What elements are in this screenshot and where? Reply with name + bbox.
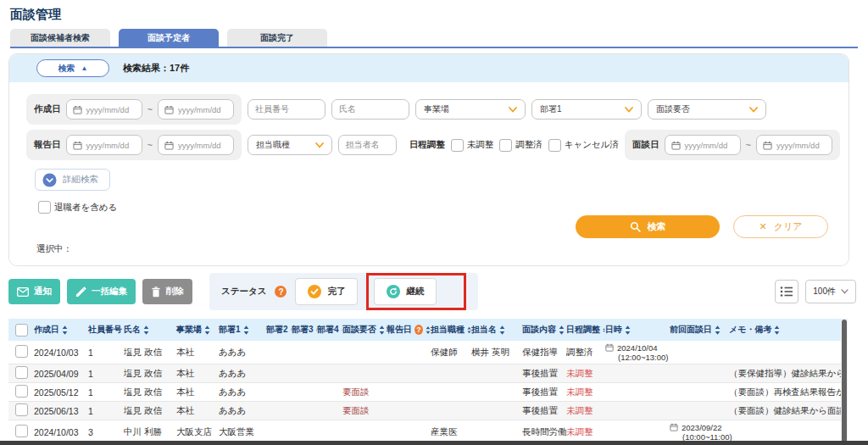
col-header-created[interactable]: 作成日 bbox=[34, 324, 88, 336]
dept1-select[interactable]: 部署1 bbox=[531, 99, 642, 120]
col-header-emp-no[interactable]: 社員番号 bbox=[88, 324, 124, 336]
clear-button[interactable]: ✕ クリア bbox=[733, 215, 828, 238]
cell-dept1: あああ bbox=[219, 405, 266, 417]
cell-staff: 横井 英明 bbox=[471, 347, 522, 359]
interview-management-page: 面談管理 面談候補者検索 面談予定者 面談完了 検索 ▲ 検索結果：17件 作成… bbox=[0, 0, 868, 445]
table-row[interactable]: 2025/05/12 1 塩見 政信 本社 あああ 要面談 事後措置 未調整 （… bbox=[8, 383, 848, 402]
cell-emp-no: 1 bbox=[88, 348, 124, 358]
col-header-report[interactable]: 報告日? bbox=[387, 324, 431, 336]
interview-need-select[interactable]: 面談要否 bbox=[648, 99, 766, 120]
col-header-dept4[interactable]: 部署4 bbox=[317, 324, 342, 336]
created-date-to-input[interactable]: yyyy/mm/dd bbox=[158, 99, 234, 120]
search-button[interactable]: 検索 bbox=[576, 215, 720, 238]
col-header-worksite[interactable]: 事業場 bbox=[176, 324, 219, 336]
report-date-from-input[interactable]: yyyy/mm/dd bbox=[66, 135, 142, 155]
row-checkbox[interactable] bbox=[15, 403, 28, 416]
select-all-checkbox[interactable] bbox=[15, 324, 28, 337]
name-input[interactable]: 氏名 bbox=[331, 99, 409, 120]
annotation-rect-continue: 継続 bbox=[366, 273, 466, 310]
col-header-datetime[interactable]: 日時 bbox=[605, 324, 670, 336]
cell-name: 中川 利勝 bbox=[124, 426, 176, 438]
col-header-staff[interactable]: 担当名 bbox=[471, 324, 522, 336]
help-icon[interactable]: ? bbox=[275, 286, 287, 298]
horizontal-scrollbar[interactable] bbox=[0, 441, 868, 445]
col-header-dept2[interactable]: 部署2 bbox=[266, 324, 292, 336]
search-row-2: 報告日 yyyy/mm/dd ~ yyyy/mm/dd 担当職種 担当者名 bbox=[26, 130, 840, 160]
page-size-select[interactable]: 100件 bbox=[805, 280, 856, 303]
sort-icon bbox=[204, 325, 210, 335]
cell-dept1: あああ bbox=[219, 347, 266, 359]
col-header-schedule[interactable]: 日程調整 bbox=[566, 324, 605, 336]
vertical-scrollbar[interactable] bbox=[841, 319, 848, 445]
advanced-search-button[interactable]: 詳細検索 bbox=[35, 169, 110, 191]
search-icon bbox=[630, 221, 641, 232]
calendar-icon bbox=[164, 141, 174, 150]
include-retired-checkbox[interactable]: 退職者を含める bbox=[38, 201, 840, 214]
col-header-name[interactable]: 氏名 bbox=[124, 324, 176, 336]
bulk-edit-button[interactable]: 一括編集 bbox=[67, 279, 136, 304]
list-view-button[interactable] bbox=[775, 280, 798, 303]
delete-button[interactable]: 削除 bbox=[142, 279, 192, 304]
calendar-icon bbox=[73, 105, 82, 114]
tab-scheduled[interactable]: 面談予定者 bbox=[119, 29, 219, 47]
report-date-label: 報告日 bbox=[34, 139, 61, 151]
cell-name: 塩見 政信 bbox=[124, 368, 176, 380]
calendar-icon bbox=[763, 141, 772, 150]
chevron-down-icon bbox=[841, 289, 849, 294]
done-status-button[interactable]: 完了 bbox=[295, 278, 358, 305]
report-date-to-input[interactable]: yyyy/mm/dd bbox=[158, 135, 234, 155]
cell-name: 塩見 政信 bbox=[124, 405, 176, 417]
cell-schedule: 未調整 bbox=[566, 368, 605, 380]
schedule-adjust-label: 日程調整 bbox=[409, 139, 445, 151]
cell-schedule: 未調整 bbox=[566, 387, 605, 398]
triangle-up-icon: ▲ bbox=[81, 64, 88, 72]
checkbox-cancelled[interactable]: キャンセル済 bbox=[548, 139, 619, 152]
staff-name-input[interactable]: 担当者名 bbox=[338, 135, 397, 155]
employee-no-input[interactable]: 社員番号 bbox=[248, 99, 326, 120]
col-header-job[interactable]: 担当職種 bbox=[431, 324, 471, 336]
table-row[interactable]: 2024/10/03 1 塩見 政信 本社 あああ 保健師 横井 英明 保健指導… bbox=[8, 341, 848, 364]
cell-created: 2025/06/13 bbox=[34, 406, 88, 416]
cell-content: 事後措置 bbox=[522, 387, 566, 398]
chevron-down-circle-icon bbox=[42, 173, 57, 187]
search-toggle-button[interactable]: 検索 ▲ bbox=[36, 59, 109, 77]
sort-icon bbox=[62, 325, 68, 335]
cell-content: 保健指導 bbox=[522, 347, 566, 359]
results-table: 作成日 社員番号 氏名 事業場 部署1 部署2 部署3 部署4 面談要否 報告日… bbox=[8, 319, 848, 445]
checkbox-icon bbox=[499, 139, 512, 152]
search-panel-body: 作成日 yyyy/mm/dd ~ yyyy/mm/dd 社員番号 氏名 事業場 bbox=[9, 82, 849, 265]
cell-job: 保健師 bbox=[431, 347, 471, 359]
tab-completed[interactable]: 面談完了 bbox=[227, 29, 327, 47]
notify-button[interactable]: 通知 bbox=[8, 279, 60, 304]
interview-date-to-input[interactable]: yyyy/mm/dd bbox=[756, 135, 832, 155]
col-header-need[interactable]: 面談要否 bbox=[342, 324, 387, 336]
date-placeholder: yyyy/mm/dd bbox=[86, 105, 130, 114]
table-row[interactable]: 2025/06/13 1 塩見 政信 本社 あああ 要面談 事後措置 未調整 （… bbox=[8, 402, 848, 420]
col-header-memo[interactable]: メモ・備考 bbox=[729, 324, 848, 336]
cell-need: 要面談 bbox=[342, 405, 387, 417]
col-header-content[interactable]: 面談内容 bbox=[522, 324, 566, 336]
interview-date-from-input[interactable]: yyyy/mm/dd bbox=[665, 135, 741, 155]
vertical-scrollbar-thumb[interactable] bbox=[842, 320, 847, 445]
job-type-select[interactable]: 担当職種 bbox=[248, 135, 332, 155]
row-checkbox[interactable] bbox=[15, 345, 28, 358]
continue-status-button[interactable]: 継続 bbox=[374, 278, 437, 305]
col-header-prev-date[interactable]: 前回面談日 bbox=[670, 324, 729, 336]
close-icon: ✕ bbox=[760, 221, 767, 232]
cell-created: 2025/05/12 bbox=[34, 387, 88, 398]
row-checkbox[interactable] bbox=[15, 425, 28, 437]
col-header-dept3[interactable]: 部署3 bbox=[292, 324, 317, 336]
cell-schedule: 未調整 bbox=[566, 405, 605, 417]
worksite-select[interactable]: 事業場 bbox=[415, 99, 526, 120]
chevron-down-icon bbox=[625, 107, 633, 113]
tab-bar: 面談候補者検索 面談予定者 面談完了 bbox=[10, 29, 858, 48]
table-row[interactable]: 2025/04/09 1 塩見 政信 本社 あああ 事後措置 未調整 （要保健指… bbox=[8, 364, 848, 383]
help-icon[interactable]: ? bbox=[415, 325, 423, 335]
checkbox-unadjusted[interactable]: 未調整 bbox=[451, 139, 494, 152]
row-checkbox[interactable] bbox=[15, 385, 28, 398]
created-date-from-input[interactable]: yyyy/mm/dd bbox=[66, 99, 142, 120]
col-header-dept1[interactable]: 部署1 bbox=[219, 324, 266, 336]
row-checkbox[interactable] bbox=[15, 366, 28, 379]
checkbox-adjusted[interactable]: 調整済 bbox=[499, 139, 542, 152]
tab-candidate-search[interactable]: 面談候補者検索 bbox=[10, 29, 110, 47]
